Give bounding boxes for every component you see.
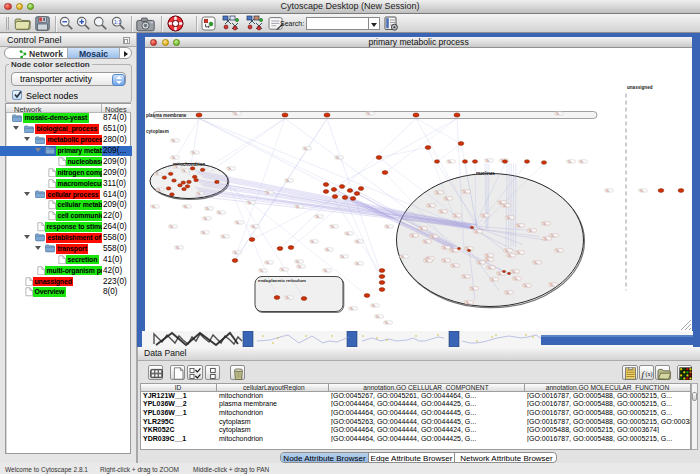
svg-text:Yb..: Yb.. — [326, 247, 331, 251]
svg-text:Yb..: Yb.. — [367, 111, 372, 115]
svg-text:Yb..: Yb.. — [234, 111, 239, 115]
svg-text:Yb..: Yb.. — [411, 233, 416, 237]
svg-text:Yb..: Yb.. — [281, 267, 286, 271]
svg-text:Yb..: Yb.. — [202, 230, 207, 234]
svg-text:Yb..: Yb.. — [505, 248, 510, 252]
svg-text:cytoplasm: cytoplasm — [146, 128, 169, 133]
svg-text:Yb..: Yb.. — [204, 216, 209, 220]
svg-text:Yb..: Yb.. — [336, 155, 341, 159]
svg-text:Yb..: Yb.. — [170, 224, 175, 228]
svg-text:Yb..: Yb.. — [286, 178, 291, 182]
svg-text:Yb..: Yb.. — [428, 203, 433, 207]
svg-text:Yb..: Yb.. — [580, 159, 585, 163]
svg-text:Yb..: Yb.. — [311, 239, 316, 243]
svg-text:Yb..: Yb.. — [152, 204, 157, 208]
svg-text:Yb..: Yb.. — [236, 220, 241, 224]
svg-text:Yb..: Yb.. — [568, 159, 573, 163]
svg-text:Yb..: Yb.. — [222, 234, 227, 238]
svg-text:plasma membrane: plasma membrane — [146, 113, 187, 118]
svg-text:(x): (x) — [645, 371, 652, 378]
svg-text:Yb..: Yb.. — [346, 231, 351, 235]
svg-text:Yb..: Yb.. — [324, 268, 329, 272]
svg-text:Yb..: Yb.. — [341, 254, 346, 258]
svg-text:Yb..: Yb.. — [550, 282, 555, 286]
svg-text:Yb..: Yb.. — [544, 236, 549, 240]
svg-text:Yb..: Yb.. — [298, 264, 303, 268]
svg-text:Yb..: Yb.. — [356, 261, 361, 265]
svg-text:Yb..: Yb.. — [184, 204, 189, 208]
svg-text:Yb..: Yb.. — [436, 190, 441, 194]
svg-text:Yb..: Yb.. — [304, 146, 309, 150]
svg-text:Yb..: Yb.. — [266, 260, 271, 264]
svg-text:Yb..: Yb.. — [508, 253, 513, 257]
svg-text:Yb..: Yb.. — [197, 191, 202, 195]
svg-text:Yb..: Yb.. — [524, 283, 529, 287]
svg-text:Yb..: Yb.. — [296, 204, 301, 208]
svg-text:1:1: 1:1 — [114, 19, 121, 25]
svg-text:Yb..: Yb.. — [506, 290, 511, 294]
svg-text:Yb..: Yb.. — [463, 274, 468, 278]
svg-text:Yb..: Yb.. — [556, 111, 561, 115]
svg-text:Yb..: Yb.. — [443, 245, 448, 249]
svg-text:Yb..: Yb.. — [448, 159, 453, 163]
svg-text:Yb..: Yb.. — [491, 277, 496, 281]
svg-text:Yb..: Yb.. — [420, 226, 425, 230]
svg-text:Yb..: Yb.. — [452, 263, 457, 267]
svg-text:Yb..: Yb.. — [172, 155, 177, 159]
svg-text:Yb..: Yb.. — [228, 166, 233, 170]
svg-text:Yb..: Yb.. — [192, 150, 197, 154]
svg-text:Yb..: Yb.. — [376, 314, 381, 318]
svg-text:Yb..: Yb.. — [543, 221, 548, 225]
svg-text:Yb..: Yb.. — [234, 250, 239, 254]
svg-text:Yb..: Yb.. — [372, 303, 377, 307]
svg-text:Yb..: Yb.. — [218, 210, 223, 214]
svg-text:Yb..: Yb.. — [286, 295, 291, 299]
svg-text:Yb..: Yb.. — [556, 248, 561, 252]
svg-text:Yb..: Yb.. — [316, 214, 321, 218]
svg-text:Yb..: Yb.. — [503, 203, 508, 207]
svg-text:unassigned: unassigned — [627, 84, 653, 89]
svg-text:Yb..: Yb.. — [431, 234, 436, 238]
svg-text:Yb..: Yb.. — [498, 271, 503, 275]
svg-text:Yb..: Yb.. — [466, 300, 471, 304]
svg-text:Yb..: Yb.. — [425, 258, 430, 262]
svg-text:Yb..: Yb.. — [514, 276, 519, 280]
svg-text:nucleus: nucleus — [476, 169, 495, 175]
svg-text:Yb..: Yb.. — [478, 260, 483, 264]
svg-text:Yb..: Yb.. — [155, 172, 160, 176]
svg-text:Yb..: Yb.. — [443, 258, 448, 262]
svg-text:Yb..: Yb.. — [475, 229, 480, 233]
svg-text:Yb..: Yb.. — [606, 188, 611, 192]
svg-text:Yb..: Yb.. — [385, 320, 390, 324]
svg-text:Yb..: Yb.. — [551, 233, 556, 237]
svg-text:Yb..: Yb.. — [486, 257, 491, 261]
svg-text:Yb..: Yb.. — [471, 286, 476, 290]
svg-text:Yb..: Yb.. — [248, 200, 253, 204]
svg-text:Yb..: Yb.. — [176, 245, 181, 249]
svg-text:Yb..: Yb.. — [296, 259, 301, 263]
svg-text:Yb..: Yb.. — [350, 306, 355, 310]
svg-text:Yb..: Yb.. — [445, 196, 450, 200]
svg-text:Yb..: Yb.. — [206, 206, 211, 210]
svg-text:Yb..: Yb.. — [266, 190, 271, 194]
svg-text:Yb..: Yb.. — [517, 250, 522, 254]
svg-text:Yb..: Yb.. — [331, 224, 336, 228]
svg-text:Yb..: Yb.. — [401, 254, 406, 258]
svg-text:Yb..: Yb.. — [182, 168, 187, 172]
svg-text:endoplasmic reticulum: endoplasmic reticulum — [258, 278, 306, 283]
svg-text:Yb..: Yb.. — [454, 213, 459, 217]
svg-text:Yb..: Yb.. — [488, 265, 493, 269]
svg-text:Yb..: Yb.. — [174, 165, 179, 169]
svg-text:Yb..: Yb.. — [486, 253, 491, 257]
svg-text:Yb..: Yb.. — [529, 228, 534, 232]
svg-text:Yb..: Yb.. — [440, 209, 445, 213]
svg-text:Yb..: Yb.. — [482, 213, 487, 217]
svg-text:Yb..: Yb.. — [157, 187, 162, 191]
svg-text:Yb..: Yb.. — [386, 224, 391, 228]
svg-text:Yb..: Yb.. — [512, 269, 517, 273]
svg-text:Yb..: Yb.. — [640, 188, 645, 192]
svg-text:Yb..: Yb.. — [356, 239, 361, 243]
svg-text:Yb..: Yb.. — [534, 260, 539, 264]
svg-text:Yb..: Yb.. — [172, 138, 177, 142]
svg-text:Yb..: Yb.. — [507, 215, 512, 219]
